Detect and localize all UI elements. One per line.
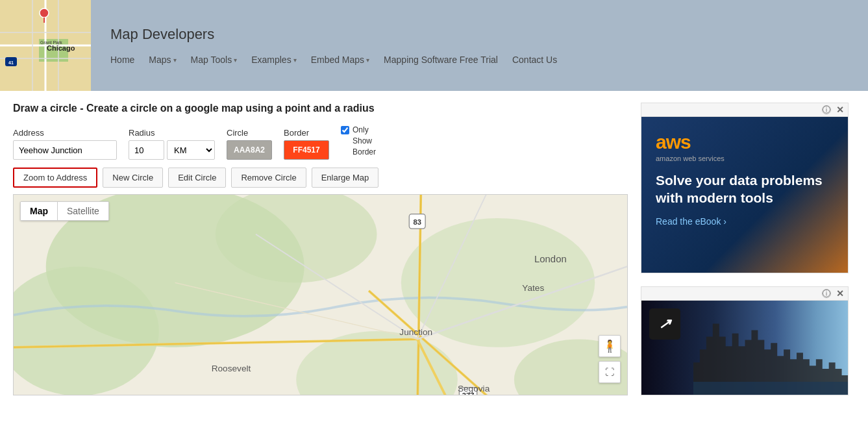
pegman-button[interactable]: 🧍 [599,335,621,357]
second-ad-container: ⓘ ✕ ↗ [641,286,849,395]
circle-color-swatch[interactable]: AAA8A2 [227,140,272,160]
form-row: Address Radius KM Miles Meters Feet [13,125,628,160]
svg-text:83: 83 [413,218,421,226]
second-ad-info-icon[interactable]: ⓘ [822,289,831,298]
page-title: Draw a circle - Create a circle on a goo… [13,103,628,114]
svg-text:Segovia: Segovia [458,384,490,394]
map-container: 83 377 10 London Yates Roosevelt Junctio… [13,194,628,395]
examples-dropdown-arrow: ▾ [293,56,297,64]
nav-contact[interactable]: Contact Us [512,55,557,65]
nav-embed-maps[interactable]: Embed Maps ▾ [311,55,369,65]
only-border-group: OnlyShowBorder [341,125,376,160]
map-svg: 83 377 10 London Yates Roosevelt Junctio… [14,195,627,395]
svg-text:Yates: Yates [522,283,544,293]
nav-examples[interactable]: Examples ▾ [251,55,296,65]
nav-home[interactable]: Home [110,55,134,65]
border-color-swatch[interactable]: FF4517 [284,140,329,160]
second-ad-logo: ↗ [649,308,680,340]
svg-text:Junction: Junction [399,328,432,338]
svg-text:London: London [534,254,567,265]
tool-panel: Draw a circle - Create a circle on a goo… [13,103,628,395]
svg-text:Roosevelt: Roosevelt [212,364,251,374]
map-view-controls: Map Satellite [20,201,109,221]
svg-rect-44 [693,381,849,394]
radius-group: Radius KM Miles Meters Feet [129,128,215,160]
address-input[interactable] [13,140,117,160]
radius-input[interactable] [129,140,164,160]
site-header: 41 Chicago Grant Park Map Developers Hom… [0,0,868,91]
radius-label: Radius [129,128,215,138]
nav-mapping-software[interactable]: Mapping Software Free Trial [384,55,498,65]
new-circle-button[interactable]: New Circle [103,168,163,188]
zoom-to-address-button[interactable]: Zoom to Address [13,168,97,188]
svg-text:Grant Park: Grant Park [40,40,62,45]
aws-ad-content: aws amazon web services Solve your data … [641,117,848,273]
aws-logo: aws [656,131,834,153]
aws-curve-icon: amazon web services [656,155,834,162]
map-thumbnail: 41 Chicago Grant Park [0,0,91,91]
edit-circle-button[interactable]: Edit Circle [168,168,226,188]
enlarge-map-button[interactable]: Enlarge Map [312,168,379,188]
ad-info-icon[interactable]: ⓘ [822,105,831,114]
only-border-checkbox[interactable] [341,126,349,134]
circle-color-group: Circle AAA8A2 [227,128,272,160]
map-view-button[interactable]: Map [21,202,58,220]
border-label: Border [284,128,329,138]
svg-point-11 [40,8,49,18]
main-nav: Home Maps ▾ Map Tools ▾ Examples ▾ Embed… [110,55,557,65]
embed-maps-dropdown-arrow: ▾ [366,56,369,64]
only-border-text: OnlyShowBorder [353,125,376,157]
second-ad-close-icon[interactable]: ✕ [836,288,844,299]
remove-circle-button[interactable]: Remove Circle [231,168,306,188]
aws-ad-container: ⓘ ✕ aws amazon web services Solve your d… [641,103,849,273]
second-ad-logo-icon: ↗ [658,316,672,332]
map-tools-dropdown-arrow: ▾ [234,56,237,64]
svg-text:41: 41 [8,60,14,65]
maps-dropdown-arrow: ▾ [173,56,177,64]
nav-map-tools[interactable]: Map Tools ▾ [191,55,238,65]
site-title: Map Developers [110,26,557,43]
circle-label: Circle [227,128,272,138]
fullscreen-icon: ⛶ [605,367,614,377]
fullscreen-button[interactable]: ⛶ [599,361,621,383]
city-silhouette-svg [693,310,849,395]
svg-text:Chicago: Chicago [47,44,75,52]
satellite-view-button[interactable]: Satellite [58,202,108,220]
address-label: Address [13,128,117,138]
border-color-group: Border FF4517 [284,128,329,160]
sidebar: ⓘ ✕ aws amazon web services Solve your d… [641,103,855,395]
address-group: Address [13,128,117,160]
nav-maps[interactable]: Maps ▾ [149,55,176,65]
second-ad-image: ↗ [641,301,848,395]
aws-cta[interactable]: Read the eBook › [656,216,834,227]
aws-headline: Solve your data problems with modern too… [656,171,834,207]
radius-unit-select[interactable]: KM Miles Meters Feet [167,140,215,160]
pegman-icon: 🧍 [602,339,617,353]
aws-ad-close-row: ⓘ ✕ [641,103,848,117]
ad-close-icon[interactable]: ✕ [836,105,844,115]
second-ad-close-row: ⓘ ✕ [641,287,848,301]
buttons-row: Zoom to Address New Circle Edit Circle R… [13,168,628,188]
